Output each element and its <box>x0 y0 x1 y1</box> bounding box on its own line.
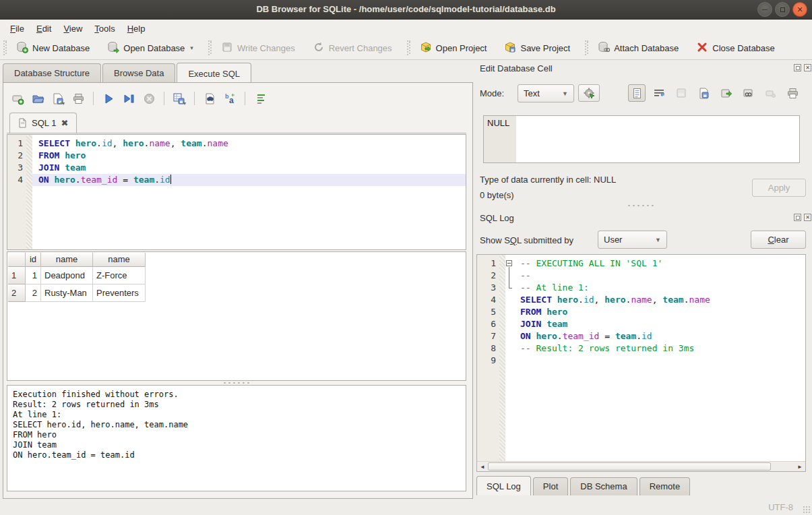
import-cell-icon[interactable] <box>673 84 690 102</box>
replace-icon[interactable]: ba <box>222 90 238 107</box>
revert-changes-button[interactable]: Revert Changes <box>307 38 398 58</box>
svg-text:a: a <box>229 96 234 105</box>
menu-view[interactable]: View <box>57 22 88 36</box>
code-token: team <box>181 138 201 148</box>
tab-browse-data[interactable]: Browse Data <box>102 63 175 83</box>
fold-collapse-icon[interactable] <box>506 260 512 266</box>
execute-line-icon[interactable] <box>121 90 137 107</box>
log-filter-select[interactable]: User▼ <box>598 231 667 249</box>
attach-database-icon <box>598 41 610 55</box>
open-project-button[interactable]: Open Project <box>414 38 493 58</box>
new-sql-tab-icon[interactable] <box>9 90 26 107</box>
minimize-icon[interactable]: ─ <box>757 2 772 17</box>
tab-execute-sql[interactable]: Execute SQL <box>177 63 251 84</box>
open-database-button[interactable]: Open Database▾ <box>101 38 199 58</box>
code-line: -- <box>514 270 805 282</box>
log-code[interactable]: -- EXECUTING ALL IN 'SQL 1'---- At line … <box>514 255 805 367</box>
code-line: ON hero.team_id = team.id <box>32 174 466 186</box>
open-database-icon <box>107 41 119 55</box>
column-header-id[interactable]: id <box>26 253 41 267</box>
code-token: ON <box>520 331 531 341</box>
resize-grip[interactable] <box>803 506 811 514</box>
close-panel-icon[interactable]: ✕ <box>804 214 811 221</box>
set-null-icon[interactable] <box>761 84 779 102</box>
cell-value-editor[interactable]: NULL <box>483 115 800 163</box>
code-token: , <box>652 295 663 305</box>
dropdown-arrow-icon[interactable]: ▾ <box>190 44 193 51</box>
close-sql-tab-icon[interactable]: ✖ <box>61 118 68 128</box>
stop-icon[interactable] <box>141 90 157 107</box>
write-changes-button[interactable]: Write Changes <box>215 38 301 58</box>
tab-database-structure[interactable]: Database Structure <box>3 63 101 83</box>
code-line <box>514 355 805 367</box>
save-sql-file-icon-dropdown[interactable]: ▾ <box>62 100 65 107</box>
clear-log-button[interactable]: Clear <box>751 231 806 249</box>
float-panel-icon[interactable] <box>794 214 801 221</box>
auto-switch-mode-button[interactable] <box>578 84 600 102</box>
horizontal-scrollbar[interactable]: ◀ ▶ <box>477 461 805 471</box>
dock-splitter-handle[interactable] <box>627 204 655 207</box>
close-database-button[interactable]: Close Database <box>690 38 781 58</box>
fold-guide-corner <box>509 288 512 289</box>
new-database-button[interactable]: New Database <box>10 38 96 58</box>
table-cell[interactable]: Deadpond <box>41 267 93 284</box>
save-sql-file-icon[interactable]: ▾ <box>50 90 66 107</box>
maximize-icon[interactable] <box>775 2 790 17</box>
splitter-handle[interactable] <box>222 382 251 384</box>
format-sql-icon[interactable] <box>252 90 268 107</box>
mode-select[interactable]: Text▼ <box>518 84 574 102</box>
apply-button[interactable]: Apply <box>752 179 806 197</box>
execute-all-icon[interactable] <box>100 90 117 107</box>
table-cell[interactable]: 2 <box>26 284 41 302</box>
column-header-name[interactable]: name <box>41 253 93 267</box>
menu-file[interactable]: File <box>4 22 30 36</box>
float-panel-icon[interactable] <box>794 64 801 71</box>
execution-message[interactable]: Execution finished without errors. Resul… <box>7 385 466 491</box>
table-cell[interactable]: Preventers <box>93 284 146 302</box>
column-header-name[interactable]: name <box>93 253 146 267</box>
line-number: 5 <box>477 306 499 318</box>
sql-editor[interactable]: 1234 SELECT hero.id, hero.name, team.nam… <box>7 134 466 250</box>
row-header[interactable]: 1 <box>8 267 26 284</box>
sql-log-editor[interactable]: 123456789 -- EXECUTING ALL IN 'SQL 1'---… <box>476 254 806 472</box>
grid-corner-cell[interactable] <box>8 253 26 267</box>
table-cell[interactable]: 1 <box>26 267 41 284</box>
export-cell-icon[interactable] <box>695 84 712 102</box>
dock-tab-remote[interactable]: Remote <box>639 477 691 495</box>
close-panel-icon[interactable]: ✕ <box>804 64 811 71</box>
save-as-icon[interactable] <box>717 84 735 102</box>
results-table[interactable]: idnamename11DeadpondZ-Force22Rusty-ManPr… <box>7 251 466 381</box>
code-line: FROM hero <box>32 150 466 162</box>
scrollbar-thumb[interactable] <box>488 462 771 471</box>
scroll-right-icon[interactable]: ▶ <box>795 462 805 471</box>
table-cell[interactable]: Rusty-Man <box>41 284 93 302</box>
menu-tools[interactable]: Tools <box>88 22 121 36</box>
scroll-left-icon[interactable]: ◀ <box>478 462 487 471</box>
dock-tab-plot[interactable]: Plot <box>533 477 568 495</box>
code-token: hero <box>54 175 75 185</box>
dock-tab-db-schema[interactable]: DB Schema <box>570 477 637 495</box>
find-icon[interactable] <box>201 90 218 107</box>
print-icon[interactable] <box>70 90 86 107</box>
menu-help[interactable]: Help <box>121 22 152 36</box>
text-view-icon[interactable] <box>628 84 646 102</box>
table-cell[interactable]: Z-Force <box>93 267 146 284</box>
word-wrap-icon[interactable] <box>650 84 668 102</box>
sql-code[interactable]: SELECT hero.id, hero.name, team.nameFROM… <box>32 135 466 186</box>
menu-edit[interactable]: Edit <box>30 22 57 36</box>
save-project-button[interactable]: Save Project <box>498 38 576 58</box>
sql-tab[interactable]: SQL 1 ✖ <box>9 113 77 133</box>
close-icon[interactable]: ✕ <box>792 2 807 17</box>
row-header[interactable]: 2 <box>8 284 26 302</box>
encoding-indicator[interactable]: UTF-8 <box>768 502 793 512</box>
dock-tab-sql-log[interactable]: SQL Log <box>476 476 531 495</box>
code-token: team_id <box>81 175 118 185</box>
save-results-icon-dropdown[interactable]: ▾ <box>183 100 186 107</box>
open-sql-file-icon[interactable] <box>30 90 46 107</box>
print-cell-icon[interactable] <box>784 84 801 102</box>
code-token: . <box>578 295 584 305</box>
attach-database-button[interactable]: Attach Database <box>592 38 685 58</box>
save-results-icon[interactable]: ▾ <box>171 90 187 107</box>
set-as-link-icon[interactable] <box>739 84 757 102</box>
code-token: team <box>546 319 567 329</box>
